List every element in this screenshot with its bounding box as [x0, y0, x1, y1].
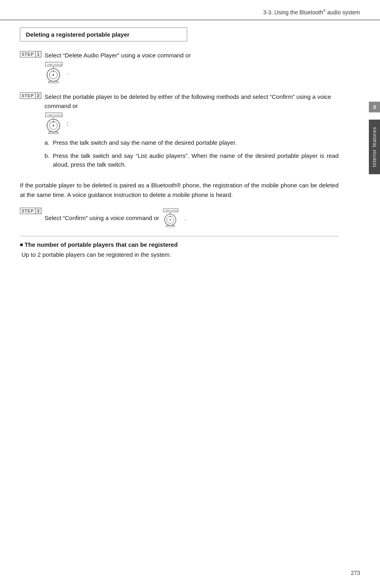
sidebar-number: 3: [369, 102, 380, 112]
sub-step-b-label: b.: [45, 151, 50, 169]
step-2-content: Select the portable player to be deleted…: [45, 92, 339, 173]
sub-step-b-text: Press the talk switch and say “List audi…: [53, 151, 339, 169]
svg-point-14: [53, 125, 54, 126]
knob-icon-step1: TIME SCROLL: [45, 61, 65, 84]
step-3-text-before: Select “Confirm” using a voice command o…: [45, 214, 159, 223]
step-3-badge: STEP 3: [20, 208, 41, 214]
info-paragraph: If the portable player to be deleted is …: [20, 181, 339, 200]
step-2-label: STEP: [20, 92, 35, 99]
knob-icon-step3: TIME SCROLL: [163, 208, 181, 229]
step-1-label: STEP: [20, 51, 35, 57]
page-header: 3-3. Using the Bluetooth® audio system: [0, 0, 380, 20]
svg-text:TIME SCROLL: TIME SCROLL: [47, 63, 63, 66]
step-3-block: STEP 3 Select “Confirm” using a voice co…: [20, 208, 339, 229]
sidebar-tab: Interior features: [369, 120, 380, 174]
section-title: Deleting a registered portable player: [26, 31, 129, 38]
header-subtitle: audio system: [326, 9, 360, 16]
step-1-block: STEP 1 Select “Delete Audio Player” usin…: [20, 51, 339, 86]
step-3-label: STEP: [20, 208, 35, 214]
sub-steps: a. Press the talk switch and say the nam…: [45, 138, 339, 169]
note-section: The number of portable players that can …: [20, 241, 339, 260]
section-divider: [20, 236, 339, 236]
header-trademark: ®: [323, 9, 326, 13]
step-3-text-after: .: [184, 214, 186, 223]
header-title-text: 3-3. Using the Bluetooth: [263, 9, 323, 16]
knob-icon-step2: TIME SCROLL: [45, 112, 65, 134]
step-2-num: 2: [35, 92, 41, 99]
header-title: 3-3. Using the Bluetooth® audio system: [263, 9, 360, 16]
svg-text:TIME SCROLL: TIME SCROLL: [165, 209, 179, 212]
page-number: 273: [351, 570, 360, 576]
svg-text:TIME SCROLL: TIME SCROLL: [47, 114, 63, 116]
step-2-badge: STEP 2: [20, 92, 41, 99]
main-content: Deleting a registered portable player ST…: [0, 24, 358, 275]
note-text: Up to 2 portable players can be register…: [22, 250, 339, 260]
sub-step-a: a. Press the talk switch and say the nam…: [45, 138, 339, 147]
step-1-num: 1: [35, 51, 41, 57]
step-3-row: Select “Confirm” using a voice command o…: [45, 208, 339, 229]
step-3-num: 3: [35, 208, 41, 214]
step-1-badge: STEP 1: [20, 51, 41, 57]
sub-step-a-text: Press the talk switch and say the name o…: [53, 138, 339, 147]
step-2-block: STEP 2 Select the portable player to be …: [20, 92, 339, 173]
step-1-content: Select “Delete Audio Player” using a voi…: [45, 51, 339, 86]
page-container: 3-3. Using the Bluetooth® audio system D…: [0, 0, 380, 588]
sub-step-b: b. Press the talk switch and say “List a…: [45, 151, 339, 169]
sub-step-a-label: a.: [45, 138, 50, 147]
step-3-content: Select “Confirm” using a voice command o…: [45, 208, 339, 229]
step-2-text-before: Select the portable player to be deleted…: [45, 93, 331, 109]
step-2-colon: :: [67, 120, 69, 127]
section-box: Deleting a registered portable player: [20, 28, 187, 41]
svg-point-24: [170, 219, 171, 220]
note-title: The number of portable players that can …: [20, 241, 339, 248]
step-1-dot: .: [67, 69, 69, 75]
svg-point-4: [53, 74, 54, 76]
step-1-text: Select “Delete Audio Player” using a voi…: [45, 52, 191, 59]
